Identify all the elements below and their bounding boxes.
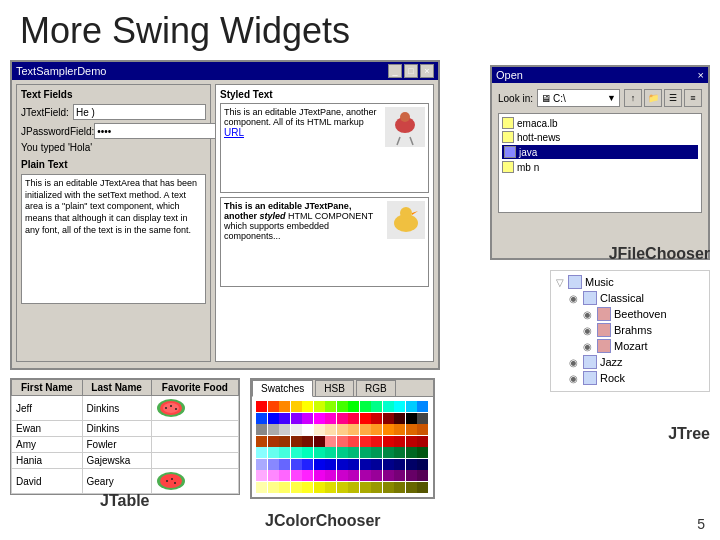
swatch[interactable]	[314, 470, 325, 481]
swatch[interactable]	[337, 424, 348, 435]
swatch[interactable]	[360, 447, 371, 458]
swatch[interactable]	[417, 470, 428, 481]
swatch[interactable]	[279, 482, 290, 493]
swatch[interactable]	[337, 436, 348, 447]
jtable-container[interactable]: First Name Last Name Favorite Food Jeff …	[10, 378, 240, 495]
swatch[interactable]	[371, 413, 382, 424]
swatch[interactable]	[325, 413, 336, 424]
swatch[interactable]	[325, 436, 336, 447]
swatch[interactable]	[325, 459, 336, 470]
swatch[interactable]	[383, 436, 394, 447]
swatch[interactable]	[406, 447, 417, 458]
swatch[interactable]	[268, 401, 279, 412]
swatch[interactable]	[291, 424, 302, 435]
swatch[interactable]	[360, 413, 371, 424]
swatch[interactable]	[383, 459, 394, 470]
swatch[interactable]	[279, 470, 290, 481]
tree-item-rock[interactable]: ◉ Rock	[569, 371, 705, 385]
swatch[interactable]	[348, 424, 359, 435]
swatch[interactable]	[383, 401, 394, 412]
file-item-java[interactable]: java	[502, 145, 698, 159]
jpasswordfield-input[interactable]	[94, 123, 227, 139]
look-in-combo[interactable]: 🖥 C:\ ▼	[537, 89, 620, 107]
swatch[interactable]	[406, 401, 417, 412]
swatch[interactable]	[279, 436, 290, 447]
file-item-emaca[interactable]: emaca.lb	[502, 117, 698, 129]
swatch[interactable]	[314, 459, 325, 470]
table-row[interactable]: Ewan Dinkins	[12, 421, 239, 437]
swatch[interactable]	[256, 436, 267, 447]
swatch[interactable]	[394, 436, 405, 447]
tree-item-music[interactable]: ▽ Music	[555, 275, 705, 289]
detail-view-button[interactable]: ≡	[684, 89, 702, 107]
file-list[interactable]: emaca.lb hott-news java mb n	[498, 113, 702, 213]
swatch[interactable]	[394, 482, 405, 493]
swatch[interactable]	[360, 482, 371, 493]
swatch[interactable]	[291, 470, 302, 481]
tab-swatches[interactable]: Swatches	[252, 380, 313, 397]
expand-music-icon[interactable]: ▽	[555, 277, 565, 288]
swatch[interactable]	[348, 413, 359, 424]
swatch[interactable]	[417, 436, 428, 447]
swatch[interactable]	[256, 459, 267, 470]
swatch[interactable]	[325, 401, 336, 412]
url-link[interactable]: URL	[224, 127, 244, 138]
swatch[interactable]	[256, 401, 267, 412]
swatch[interactable]	[406, 482, 417, 493]
swatch[interactable]	[417, 447, 428, 458]
swatch[interactable]	[383, 470, 394, 481]
swatch[interactable]	[383, 482, 394, 493]
nav-up-button[interactable]: ↑	[624, 89, 642, 107]
swatch[interactable]	[348, 482, 359, 493]
swatch[interactable]	[371, 470, 382, 481]
tree-item-beethoven[interactable]: ◉ Beethoven	[583, 307, 705, 321]
swatch[interactable]	[337, 470, 348, 481]
styled-content-box-1[interactable]: This is an editable JTextPane, another c…	[220, 103, 429, 193]
tab-hsb[interactable]: HSB	[315, 380, 354, 396]
swatch[interactable]	[406, 413, 417, 424]
swatch[interactable]	[394, 447, 405, 458]
swatch[interactable]	[394, 413, 405, 424]
swatch[interactable]	[325, 447, 336, 458]
swatch[interactable]	[360, 470, 371, 481]
swatch[interactable]	[360, 436, 371, 447]
tree-item-brahms[interactable]: ◉ Brahms	[583, 323, 705, 337]
swatch[interactable]	[302, 459, 313, 470]
swatch[interactable]	[314, 482, 325, 493]
tree-item-jazz[interactable]: ◉ Jazz	[569, 355, 705, 369]
swatch[interactable]	[325, 482, 336, 493]
styled-content-box-2[interactable]: This is an editable JTextPane, another s…	[220, 197, 429, 287]
swatch[interactable]	[279, 447, 290, 458]
tree-item-mozart[interactable]: ◉ Mozart	[583, 339, 705, 353]
swatch[interactable]	[371, 436, 382, 447]
swatch[interactable]	[291, 401, 302, 412]
swatch[interactable]	[337, 459, 348, 470]
swatch[interactable]	[394, 424, 405, 435]
swatch[interactable]	[268, 436, 279, 447]
swatch[interactable]	[348, 401, 359, 412]
swatch[interactable]	[268, 413, 279, 424]
swatch[interactable]	[337, 401, 348, 412]
swatch[interactable]	[314, 401, 325, 412]
jtree-container[interactable]: ▽ Music ◉ Classical ◉ Beethoven ◉ Brahms…	[550, 270, 710, 392]
swatch[interactable]	[394, 459, 405, 470]
swatch[interactable]	[256, 482, 267, 493]
swatch[interactable]	[383, 413, 394, 424]
swatch[interactable]	[302, 482, 313, 493]
table-row[interactable]: Amy Fowler	[12, 437, 239, 453]
swatch[interactable]	[268, 424, 279, 435]
swatch[interactable]	[394, 401, 405, 412]
swatch[interactable]	[314, 424, 325, 435]
table-row[interactable]: David Geary	[12, 469, 239, 494]
swatch[interactable]	[291, 447, 302, 458]
swatch[interactable]	[314, 447, 325, 458]
table-row[interactable]: Hania Gajewska	[12, 453, 239, 469]
swatch[interactable]	[348, 447, 359, 458]
open-dialog-close[interactable]: ×	[698, 69, 704, 81]
swatch[interactable]	[406, 470, 417, 481]
swatch[interactable]	[383, 424, 394, 435]
swatch[interactable]	[302, 470, 313, 481]
swatch[interactable]	[348, 470, 359, 481]
swatch[interactable]	[302, 413, 313, 424]
file-item-mbn[interactable]: mb n	[502, 161, 698, 173]
